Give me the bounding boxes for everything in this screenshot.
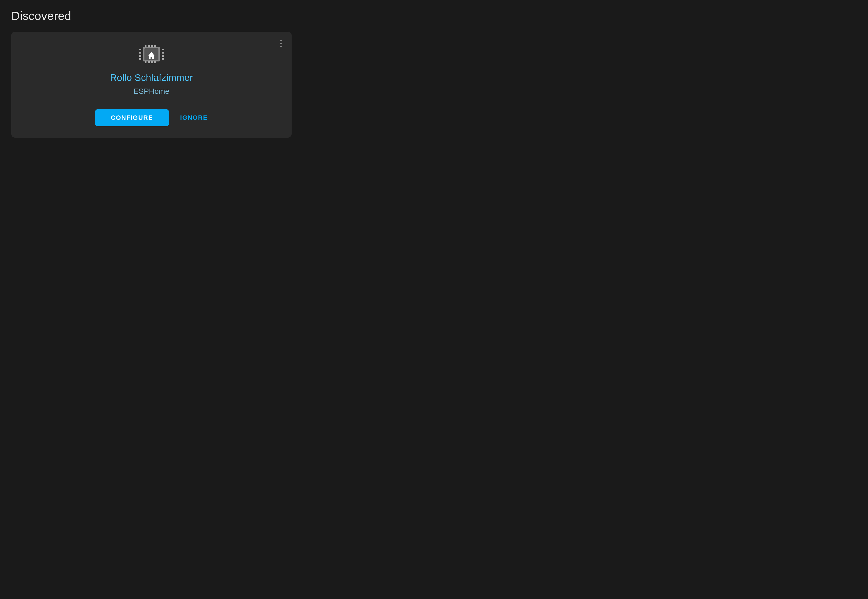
svg-rect-11	[139, 55, 141, 57]
svg-rect-14	[161, 52, 164, 54]
device-integration: ESPHome	[134, 87, 170, 96]
ignore-button[interactable]: IGNORE	[180, 114, 208, 121]
svg-rect-13	[161, 49, 164, 50]
svg-rect-15	[161, 55, 164, 57]
svg-rect-20	[151, 57, 152, 59]
svg-rect-9	[139, 49, 141, 50]
dot-1	[280, 40, 282, 41]
svg-rect-7	[151, 61, 153, 63]
device-card: Rollo Schlafzimmer ESPHome CONFIGURE IGN…	[11, 32, 292, 138]
svg-rect-2	[148, 45, 150, 47]
card-actions: CONFIGURE IGNORE	[95, 109, 208, 126]
svg-rect-5	[145, 61, 146, 63]
dot-3	[280, 46, 282, 47]
svg-rect-10	[139, 52, 141, 54]
svg-rect-16	[161, 58, 164, 60]
page-title: Discovered	[11, 9, 71, 23]
svg-rect-3	[151, 45, 153, 47]
esphome-chip-icon	[137, 43, 166, 66]
svg-rect-4	[154, 45, 156, 47]
device-name: Rollo Schlafzimmer	[110, 72, 193, 83]
svg-rect-6	[148, 61, 150, 63]
svg-rect-1	[145, 45, 146, 47]
svg-rect-12	[139, 58, 141, 60]
dot-2	[280, 43, 282, 44]
device-icon-container	[137, 43, 166, 66]
more-menu-button[interactable]	[278, 38, 283, 49]
configure-button[interactable]: CONFIGURE	[95, 109, 169, 126]
svg-rect-8	[154, 61, 156, 63]
